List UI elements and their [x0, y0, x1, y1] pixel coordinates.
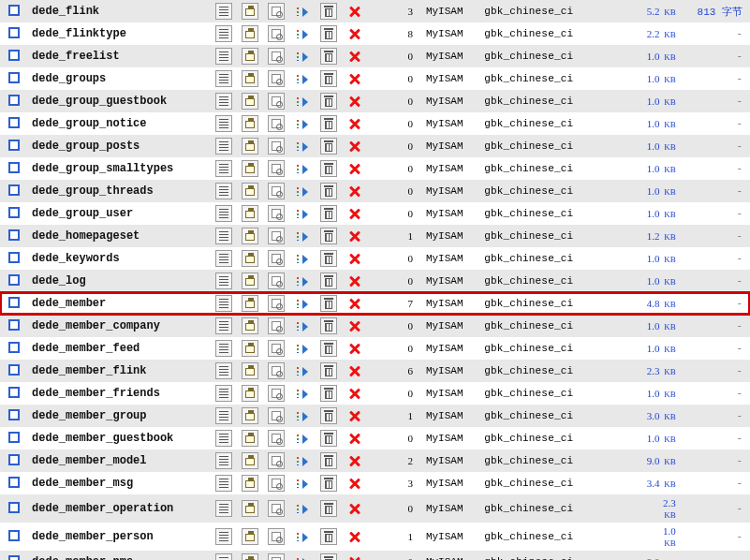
- row-checkbox[interactable]: [8, 319, 20, 331]
- insert-icon[interactable]: [294, 70, 311, 87]
- insert-icon[interactable]: [294, 115, 311, 132]
- insert-icon[interactable]: [294, 250, 311, 267]
- structure-icon[interactable]: [242, 3, 258, 20]
- drop-icon[interactable]: [346, 475, 363, 492]
- size-cell[interactable]: 1.0 KB: [619, 180, 679, 202]
- empty-icon[interactable]: [320, 295, 337, 312]
- drop-icon[interactable]: [346, 452, 363, 469]
- drop-icon[interactable]: [346, 160, 363, 177]
- table-name-cell[interactable]: dede_member_feed: [28, 337, 211, 360]
- table-name-cell[interactable]: dede_homepageset: [28, 225, 211, 247]
- structure-icon[interactable]: [242, 500, 258, 517]
- structure-icon[interactable]: [242, 183, 258, 199]
- browse-icon[interactable]: [215, 70, 232, 87]
- search-icon[interactable]: [268, 273, 285, 289]
- empty-icon[interactable]: [320, 273, 337, 289]
- insert-icon[interactable]: [294, 228, 311, 244]
- structure-icon[interactable]: [242, 385, 258, 402]
- insert-icon[interactable]: [294, 93, 311, 110]
- insert-icon[interactable]: [294, 3, 311, 20]
- search-icon[interactable]: [268, 115, 285, 132]
- browse-icon[interactable]: [215, 183, 232, 199]
- row-checkbox[interactable]: [8, 72, 20, 83]
- browse-icon[interactable]: [215, 362, 232, 379]
- empty-icon[interactable]: [320, 553, 337, 560]
- size-cell[interactable]: 1.0 KB: [619, 112, 679, 135]
- insert-icon[interactable]: [294, 317, 311, 334]
- structure-icon[interactable]: [242, 553, 258, 560]
- drop-icon[interactable]: [346, 317, 363, 334]
- empty-icon[interactable]: [320, 362, 337, 379]
- size-cell[interactable]: 1.0 KB: [619, 45, 679, 67]
- size-cell[interactable]: 1.0 KB: [619, 270, 679, 292]
- row-checkbox[interactable]: [8, 477, 20, 488]
- browse-icon[interactable]: [215, 317, 232, 334]
- size-cell[interactable]: 1.0 KB: [619, 202, 679, 225]
- table-name-cell[interactable]: dede_member: [28, 292, 211, 315]
- empty-icon[interactable]: [320, 500, 337, 517]
- search-icon[interactable]: [268, 138, 285, 155]
- drop-icon[interactable]: [346, 340, 363, 357]
- size-cell[interactable]: 1.0 KB: [619, 135, 679, 157]
- drop-icon[interactable]: [346, 528, 363, 545]
- browse-icon[interactable]: [215, 115, 232, 132]
- table-name-cell[interactable]: dede_group_notice: [28, 112, 211, 135]
- structure-icon[interactable]: [242, 70, 258, 87]
- structure-icon[interactable]: [242, 317, 258, 334]
- row-checkbox[interactable]: [8, 530, 20, 541]
- search-icon[interactable]: [268, 205, 285, 222]
- structure-icon[interactable]: [242, 93, 258, 110]
- browse-icon[interactable]: [215, 553, 232, 560]
- table-name-cell[interactable]: dede_group_smalltypes: [28, 157, 211, 180]
- size-cell[interactable]: 4.8 KB: [619, 292, 679, 315]
- empty-icon[interactable]: [320, 115, 337, 132]
- drop-icon[interactable]: [346, 430, 363, 447]
- empty-icon[interactable]: [320, 183, 337, 199]
- empty-icon[interactable]: [320, 475, 337, 492]
- drop-icon[interactable]: [346, 25, 363, 42]
- size-cell[interactable]: 1.0KB: [619, 523, 679, 551]
- size-cell[interactable]: 1.0 KB: [619, 90, 679, 112]
- row-checkbox[interactable]: [8, 342, 20, 353]
- table-name-cell[interactable]: dede_member_model: [28, 449, 211, 472]
- empty-icon[interactable]: [320, 317, 337, 334]
- drop-icon[interactable]: [346, 295, 363, 312]
- drop-icon[interactable]: [346, 115, 363, 132]
- size-cell[interactable]: 1.2 KB: [619, 225, 679, 247]
- drop-icon[interactable]: [346, 500, 363, 517]
- row-checkbox[interactable]: [8, 184, 20, 196]
- insert-icon[interactable]: [294, 452, 311, 469]
- insert-icon[interactable]: [294, 25, 311, 42]
- structure-icon[interactable]: [242, 528, 258, 545]
- empty-icon[interactable]: [320, 452, 337, 469]
- insert-icon[interactable]: [294, 362, 311, 379]
- browse-icon[interactable]: [215, 407, 232, 424]
- table-name-cell[interactable]: dede_member_pms: [28, 551, 211, 560]
- structure-icon[interactable]: [242, 160, 258, 177]
- row-checkbox[interactable]: [8, 252, 20, 263]
- browse-icon[interactable]: [215, 93, 232, 110]
- row-checkbox[interactable]: [8, 162, 20, 173]
- size-cell[interactable]: 1.0 KB: [619, 337, 679, 360]
- row-checkbox[interactable]: [8, 502, 20, 513]
- row-checkbox[interactable]: [8, 297, 20, 308]
- search-icon[interactable]: [268, 183, 285, 199]
- empty-icon[interactable]: [320, 138, 337, 155]
- drop-icon[interactable]: [346, 385, 363, 402]
- structure-icon[interactable]: [242, 48, 258, 65]
- row-checkbox[interactable]: [8, 454, 20, 465]
- table-name-cell[interactable]: dede_member_operation: [28, 494, 211, 523]
- search-icon[interactable]: [268, 25, 285, 42]
- size-cell[interactable]: 2.3KB: [619, 494, 679, 523]
- search-icon[interactable]: [268, 475, 285, 492]
- insert-icon[interactable]: [294, 553, 311, 560]
- size-cell[interactable]: 3.4 KB: [619, 472, 679, 494]
- structure-icon[interactable]: [242, 430, 258, 447]
- insert-icon[interactable]: [294, 138, 311, 155]
- row-checkbox[interactable]: [8, 409, 20, 420]
- search-icon[interactable]: [268, 70, 285, 87]
- insert-icon[interactable]: [294, 295, 311, 312]
- search-icon[interactable]: [268, 362, 285, 379]
- browse-icon[interactable]: [215, 228, 232, 244]
- empty-icon[interactable]: [320, 160, 337, 177]
